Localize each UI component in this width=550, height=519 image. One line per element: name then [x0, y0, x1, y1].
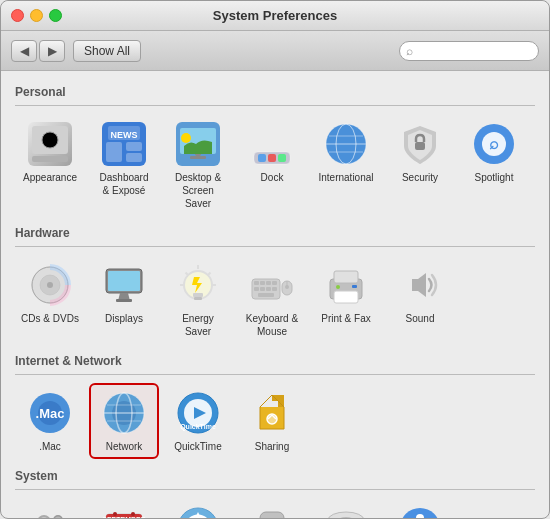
search-box: ⌕ [399, 41, 539, 61]
svg-rect-62 [334, 291, 358, 303]
pref-item-energy-saver[interactable]: Energy Saver [163, 255, 233, 344]
dock-icon [248, 120, 296, 168]
svg-point-93 [131, 512, 135, 516]
section-label-personal: Personal [15, 85, 535, 99]
svg-line-43 [208, 273, 211, 276]
pref-item-appearance[interactable]: Appearance [15, 114, 85, 216]
spotlight-label: Spotlight [475, 171, 514, 184]
desktop-screensaver-icon [174, 120, 222, 168]
print-fax-icon [322, 261, 370, 309]
pref-item-startup-disk[interactable]: Startup Disk [311, 498, 381, 518]
svg-rect-56 [258, 293, 274, 297]
maximize-button[interactable] [49, 9, 62, 22]
svg-marker-65 [412, 273, 426, 297]
svg-rect-27 [415, 142, 425, 150]
svg-text:SEPTEMBER: SEPTEMBER [102, 516, 146, 518]
close-button[interactable] [11, 9, 24, 22]
search-icon: ⌕ [406, 44, 413, 58]
pref-item-keyboard-mouse[interactable]: Keyboard & Mouse [237, 255, 307, 344]
traffic-lights [11, 9, 62, 22]
back-button[interactable]: ◀ [11, 40, 37, 62]
dock-label: Dock [261, 171, 284, 184]
svg-rect-14 [190, 156, 206, 159]
print-fax-label: Print & Fax [321, 312, 370, 325]
cds-dvds-label: CDs & DVDs [21, 312, 79, 325]
pref-item-international[interactable]: International [311, 114, 381, 216]
pref-item-print-fax[interactable]: Print & Fax [311, 255, 381, 344]
sound-icon [396, 261, 444, 309]
dashboard-expose-label: Dashboard & Exposé [95, 171, 153, 197]
security-label: Security [402, 171, 438, 184]
keyboard-mouse-label: Keyboard & Mouse [243, 312, 301, 338]
section-divider-internet-network [15, 374, 535, 375]
sharing-icon [248, 389, 296, 437]
pref-item-displays[interactable]: Displays [89, 255, 159, 344]
software-update-icon [174, 504, 222, 518]
pref-item-network[interactable]: Network [89, 383, 159, 459]
forward-button[interactable]: ▶ [39, 40, 65, 62]
displays-label: Displays [105, 312, 143, 325]
pref-item-accounts[interactable]: Accounts [15, 498, 85, 518]
pref-item-dashboard-expose[interactable]: NEWS Dashboard & Exposé [89, 114, 159, 216]
section-label-system: System [15, 469, 535, 483]
network-icon [100, 389, 148, 437]
international-label: International [318, 171, 373, 184]
security-icon [396, 120, 444, 168]
svg-point-34 [47, 282, 53, 288]
svg-rect-96 [260, 512, 284, 518]
nav-buttons: ◀ ▶ [11, 40, 65, 62]
pref-item-security[interactable]: Security [385, 114, 455, 216]
pref-item-sound[interactable]: Sound [385, 255, 455, 344]
pref-item-spotlight[interactable]: ⌕ Spotlight [459, 114, 529, 216]
section-label-hardware: Hardware [15, 226, 535, 240]
svg-rect-38 [116, 299, 132, 302]
svg-rect-2 [32, 156, 68, 162]
international-icon [322, 120, 370, 168]
pref-item-sharing[interactable]: Sharing [237, 383, 307, 459]
pref-item-date-time[interactable]: SEPTEMBER 18 Date & Time [89, 498, 159, 518]
pref-item-quicktime[interactable]: QuickTime QuickTime [163, 383, 233, 459]
appearance-label: Appearance [23, 171, 77, 184]
pref-item-desktop-screensaver[interactable]: Desktop & Screen Saver [163, 114, 233, 216]
svg-rect-49 [260, 281, 265, 285]
hardware-grid: CDs & DVDs Displays [15, 255, 535, 344]
svg-text:QuickTime: QuickTime [180, 423, 216, 431]
quicktime-label: QuickTime [174, 440, 221, 453]
search-input[interactable] [399, 41, 539, 61]
sound-label: Sound [406, 312, 435, 325]
sharing-label: Sharing [255, 440, 289, 453]
svg-rect-48 [254, 281, 259, 285]
svg-rect-61 [334, 271, 358, 283]
pref-item-dock[interactable]: Dock [237, 114, 307, 216]
energy-saver-label: Energy Saver [169, 312, 227, 338]
svg-point-15 [181, 133, 191, 143]
show-all-button[interactable]: Show All [73, 40, 141, 62]
svg-rect-51 [272, 281, 277, 285]
preferences-content: Personal [1, 71, 549, 518]
svg-rect-18 [258, 154, 266, 162]
titlebar: System Preferences [1, 1, 549, 31]
pref-item-speech[interactable]: Speech [237, 498, 307, 518]
startup-disk-icon [322, 504, 370, 518]
system-grid: Accounts SEPTEMBER 18 Date & Time [15, 498, 535, 518]
svg-rect-54 [266, 287, 271, 291]
quicktime-icon: QuickTime [174, 389, 222, 437]
minimize-button[interactable] [30, 9, 43, 22]
svg-point-64 [336, 285, 340, 289]
pref-item-universal-access[interactable]: Universal Access [385, 498, 455, 518]
svg-text:⌕: ⌕ [489, 135, 499, 152]
pref-item-mac[interactable]: .Mac .Mac [15, 383, 85, 459]
speech-icon [248, 504, 296, 518]
svg-rect-20 [278, 154, 286, 162]
svg-rect-46 [194, 297, 202, 300]
pref-item-software-update[interactable]: Software Update [163, 498, 233, 518]
svg-rect-55 [272, 287, 277, 291]
desktop-screensaver-label: Desktop & Screen Saver [169, 171, 227, 210]
window-title: System Preferences [213, 8, 337, 23]
section-divider-system [15, 489, 535, 490]
universal-access-icon [396, 504, 444, 518]
section-divider-hardware [15, 246, 535, 247]
toolbar: ◀ ▶ Show All ⌕ [1, 31, 549, 71]
svg-rect-9 [126, 153, 142, 162]
pref-item-cds-dvds[interactable]: CDs & DVDs [15, 255, 85, 344]
